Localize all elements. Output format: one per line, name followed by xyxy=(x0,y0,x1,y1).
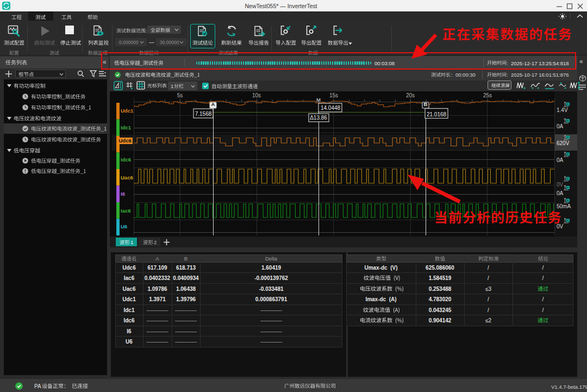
svg-text:14.0448: 14.0448 xyxy=(321,105,341,111)
svg-text:M: M xyxy=(316,97,321,103)
svg-text:1.4V: 1.4V xyxy=(557,107,568,113)
svg-text:7.1568: 7.1568 xyxy=(195,111,212,117)
svg-text:50mA: 50mA xyxy=(557,203,571,209)
svg-text:21.0168: 21.0168 xyxy=(427,111,447,117)
svg-text:25s: 25s xyxy=(483,92,492,98)
svg-text:0A: 0A xyxy=(557,190,564,196)
svg-text:Δ13.86: Δ13.86 xyxy=(310,115,327,121)
svg-text:0V: 0V xyxy=(557,182,564,188)
svg-text:A: A xyxy=(211,101,215,107)
svg-text:20s: 20s xyxy=(406,92,415,98)
svg-text:B: B xyxy=(424,101,428,107)
svg-text:10s: 10s xyxy=(252,92,261,98)
svg-text:0A: 0A xyxy=(557,123,564,129)
svg-text:15s: 15s xyxy=(329,92,338,98)
svg-text:5s: 5s xyxy=(177,92,183,98)
svg-text:620V: 620V xyxy=(557,140,570,146)
svg-text:0A: 0A xyxy=(557,157,564,163)
